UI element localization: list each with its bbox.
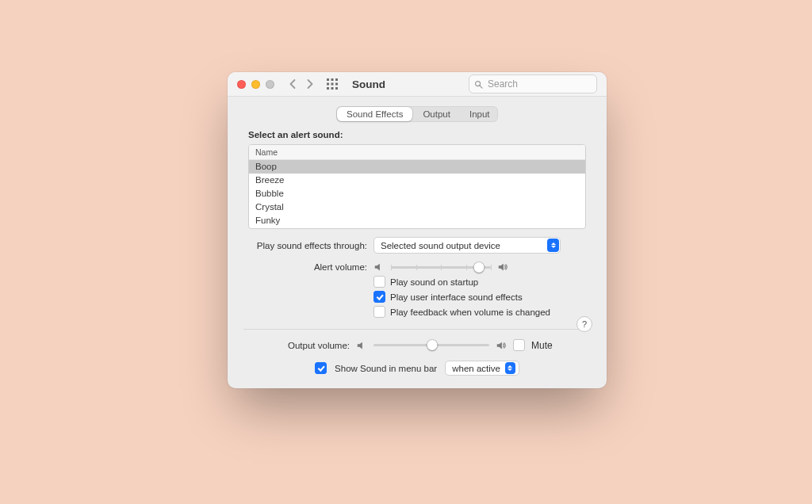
svg-rect-6 <box>327 87 329 90</box>
close-button[interactable] <box>237 80 246 89</box>
list-item[interactable]: Funky <box>249 214 585 227</box>
startup-sound-label: Play sound on startup <box>390 277 478 287</box>
play-through-label: Play sound effects through: <box>248 241 367 250</box>
mute-checkbox[interactable] <box>513 339 525 351</box>
minimize-button[interactable] <box>251 80 260 89</box>
show-in-menubar-checkbox[interactable] <box>315 362 327 374</box>
chevron-up-down-icon <box>547 239 559 252</box>
search-input[interactable]: Search <box>469 74 597 94</box>
svg-line-10 <box>480 85 482 87</box>
volume-feedback-label: Play feedback when volume is changed <box>390 307 550 317</box>
tab-bar: Sound Effects Output Input <box>336 106 498 122</box>
svg-rect-5 <box>335 83 338 86</box>
chevron-up-down-icon <box>505 362 515 374</box>
show-all-icon[interactable] <box>327 78 338 90</box>
list-item[interactable]: Boop <box>249 160 585 174</box>
tab-input[interactable]: Input <box>460 106 500 122</box>
output-volume-slider[interactable] <box>356 340 507 351</box>
svg-rect-1 <box>331 78 334 81</box>
speaker-low-icon <box>356 340 367 351</box>
volume-feedback-checkbox[interactable] <box>373 306 385 318</box>
forward-button[interactable] <box>305 78 314 90</box>
svg-rect-4 <box>331 83 334 86</box>
show-in-menubar-label: Show Sound in menu bar <box>335 364 437 373</box>
alert-volume-slider[interactable] <box>373 262 508 273</box>
alert-sound-list[interactable]: Name Boop Breeze Bubble Crystal Funky He… <box>248 144 586 229</box>
window-title: Sound <box>352 78 385 90</box>
ui-sounds-label: Play user interface sound effects <box>390 292 523 302</box>
startup-sound-checkbox[interactable] <box>373 276 385 288</box>
window-controls <box>237 80 274 89</box>
svg-rect-8 <box>335 87 338 90</box>
titlebar: Sound Search <box>228 72 607 97</box>
svg-rect-0 <box>327 78 329 81</box>
svg-rect-7 <box>331 87 334 90</box>
speaker-high-icon <box>497 262 508 273</box>
alert-list-header: Name <box>249 145 585 160</box>
speaker-high-icon <box>496 340 507 351</box>
play-through-value: Selected sound output device <box>381 241 500 250</box>
play-through-select[interactable]: Selected sound output device <box>373 237 561 254</box>
svg-rect-2 <box>335 78 338 81</box>
window-body: Sound Effects Output Input Select an ale… <box>228 97 607 388</box>
menubar-mode-value: when active <box>452 364 500 373</box>
output-volume-label: Output volume: <box>248 341 350 350</box>
speaker-low-icon <box>373 262 385 273</box>
list-item[interactable]: Breeze <box>249 174 585 187</box>
search-placeholder: Search <box>488 78 518 90</box>
alert-sound-section-label: Select an alert sound: <box>248 130 586 139</box>
tab-output[interactable]: Output <box>413 106 460 122</box>
back-button[interactable] <box>289 78 297 90</box>
list-item[interactable]: Heroine <box>249 227 585 228</box>
help-button[interactable]: ? <box>576 316 592 332</box>
alert-list-rows: Boop Breeze Bubble Crystal Funky Heroine <box>249 160 585 228</box>
divider <box>243 329 591 330</box>
alert-volume-label: Alert volume: <box>248 262 367 272</box>
sound-preferences-window: Sound Search Sound Effects Output Input … <box>228 72 607 388</box>
tab-sound-effects[interactable]: Sound Effects <box>337 107 412 121</box>
list-item[interactable]: Bubble <box>249 187 585 200</box>
ui-sounds-checkbox[interactable] <box>373 291 385 303</box>
search-icon <box>474 80 483 89</box>
menubar-mode-select[interactable]: when active <box>445 361 519 376</box>
mute-label: Mute <box>531 340 553 351</box>
svg-rect-3 <box>327 83 329 86</box>
list-item[interactable]: Crystal <box>249 200 585 214</box>
zoom-button[interactable] <box>266 80 274 89</box>
